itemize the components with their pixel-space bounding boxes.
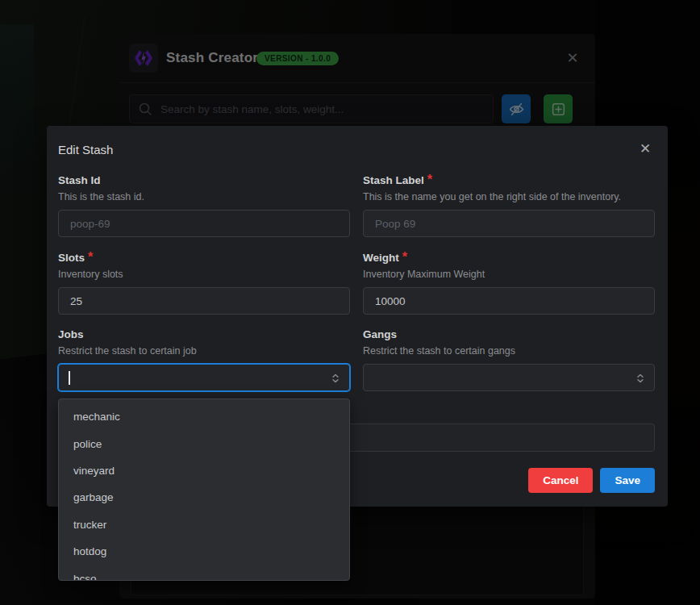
field-description: Inventory Maximum Weight xyxy=(363,269,655,280)
field-gangs: Gangs Restrict the stash to certain gang… xyxy=(363,327,655,391)
field-weight: Weight* Inventory Maximum Weight xyxy=(363,250,655,315)
field-label: Stash Label xyxy=(363,174,424,186)
dropdown-option-garbage[interactable]: garbage xyxy=(62,484,346,511)
modal-title: Edit Stash xyxy=(58,143,113,156)
cancel-button[interactable]: Cancel xyxy=(528,468,593,493)
field-jobs: Jobs Restrict the stash to certain job xyxy=(58,327,350,391)
field-slots: Slots* Inventory slots xyxy=(58,250,350,315)
chevron-up-down-icon xyxy=(329,372,342,388)
field-description: Inventory slots xyxy=(58,269,350,280)
stash-id-input-wrap xyxy=(58,210,350,237)
dropdown-option-trucker[interactable]: trucker xyxy=(62,511,346,538)
stash-label-input-wrap xyxy=(363,210,655,237)
weight-input-wrap xyxy=(363,287,655,315)
gangs-select[interactable] xyxy=(363,364,655,391)
dropdown-option-mechanic[interactable]: mechanic xyxy=(62,403,346,430)
weight-input[interactable] xyxy=(373,294,644,308)
modal-close-icon[interactable]: ✕ xyxy=(636,140,654,158)
modal-footer: Cancel Save xyxy=(528,468,655,493)
field-description: Restrict the stash to certain gangs xyxy=(363,345,655,357)
field-label: Jobs xyxy=(58,328,84,340)
save-button[interactable]: Save xyxy=(600,468,655,493)
field-label: Stash Id xyxy=(58,174,101,186)
stash-label-input[interactable] xyxy=(373,217,644,231)
required-asterisk: * xyxy=(88,250,93,264)
slots-input-wrap xyxy=(58,287,350,315)
required-asterisk: * xyxy=(427,173,432,186)
dropdown-option-bcso[interactable]: bcso xyxy=(62,565,346,581)
field-label: Slots xyxy=(58,252,85,264)
jobs-select[interactable] xyxy=(58,364,350,391)
field-stash-id: Stash Id This is the stash id. xyxy=(58,173,350,237)
slots-input[interactable] xyxy=(69,294,340,308)
text-caret xyxy=(69,371,70,385)
dropdown-option-police[interactable]: police xyxy=(62,430,346,457)
field-stash-label: Stash Label* This is the name you get on… xyxy=(363,173,655,237)
field-description: This is the stash id. xyxy=(58,191,350,202)
stash-id-input[interactable] xyxy=(69,217,340,231)
screen: Stash Creator VERSION - 1.0.0 ✕ xyxy=(0,0,700,605)
field-label: Gangs xyxy=(363,328,397,340)
dropdown-option-vineyard[interactable]: vineyard xyxy=(62,457,346,484)
jobs-dropdown: mechanic police vineyard garbage trucker… xyxy=(58,398,350,581)
required-asterisk: * xyxy=(402,250,407,264)
field-label: Weight xyxy=(363,252,399,264)
field-description: Restrict the stash to certain job xyxy=(58,345,350,357)
chevron-up-down-icon xyxy=(634,372,647,388)
dropdown-option-hotdog[interactable]: hotdog xyxy=(62,538,346,565)
field-description: This is the name you get on the right si… xyxy=(363,191,655,202)
